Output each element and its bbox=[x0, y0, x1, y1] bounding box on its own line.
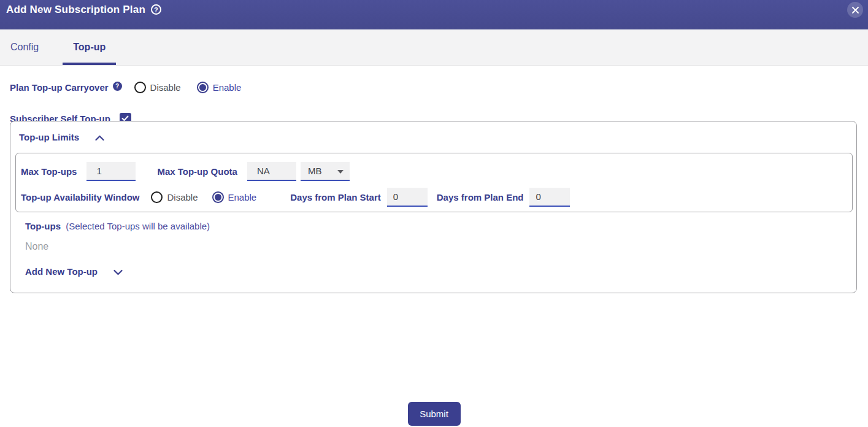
limits-row-quota: Max Top-ups Max Top-up Quota MB bbox=[16, 153, 852, 182]
topup-limits-title: Top-up Limits bbox=[19, 132, 79, 142]
topup-limits-panel: Top-up Limits Max Top-ups Max Top-up Quo… bbox=[10, 121, 857, 293]
max-topup-quota-label: Max Top-up Quota bbox=[157, 166, 237, 177]
subscriber-self-topup-row: Subscriber Self Top-up bbox=[0, 95, 868, 125]
add-new-topup-row: Add New Top-up bbox=[25, 266, 123, 277]
close-icon[interactable] bbox=[847, 2, 863, 18]
topup-limits-header: Top-up Limits bbox=[10, 121, 856, 142]
limits-fields-box: Max Top-ups Max Top-up Quota MB Top-up A… bbox=[15, 153, 853, 212]
add-new-topup-label[interactable]: Add New Top-up bbox=[25, 266, 98, 277]
quota-unit-value: MB bbox=[308, 166, 322, 176]
days-from-plan-end-label: Days from Plan End bbox=[437, 192, 524, 202]
carryover-enable-label[interactable]: Enable bbox=[213, 82, 242, 93]
topups-hint: (Selected Top-ups will be available) bbox=[66, 221, 210, 231]
page-title: Add New Subscription Plan bbox=[6, 2, 145, 17]
dropdown-caret-icon bbox=[337, 170, 344, 174]
availability-window-label: Top-up Availability Window bbox=[21, 192, 139, 202]
title-help-icon[interactable]: ? bbox=[151, 4, 161, 15]
window-enable-radio[interactable] bbox=[212, 191, 224, 203]
tab-bar: Config Top-up bbox=[0, 29, 868, 66]
footer: Submit bbox=[0, 402, 868, 426]
days-from-plan-end-input[interactable] bbox=[529, 188, 570, 207]
limits-row-window: Top-up Availability Window Disable Enabl… bbox=[16, 182, 852, 207]
topups-heading: Top-ups (Selected Top-ups will be availa… bbox=[25, 221, 210, 231]
max-topups-input[interactable] bbox=[86, 162, 136, 181]
window-enable-label[interactable]: Enable bbox=[228, 192, 257, 202]
plan-topup-carryover-label: Plan Top-up Carryover bbox=[10, 82, 109, 93]
carryover-disable-label[interactable]: Disable bbox=[150, 82, 181, 93]
chevron-up-icon[interactable] bbox=[95, 135, 104, 141]
days-from-plan-start-label: Days from Plan Start bbox=[290, 192, 381, 202]
window-disable-label[interactable]: Disable bbox=[167, 192, 198, 202]
window-disable-radio[interactable] bbox=[151, 191, 163, 203]
tab-config[interactable]: Config bbox=[0, 32, 49, 65]
days-from-plan-start-input[interactable] bbox=[387, 188, 428, 207]
form-content: Plan Top-up Carryover ? Disable Enable S… bbox=[0, 66, 868, 427]
modal-header: Add New Subscription Plan ? bbox=[0, 0, 868, 29]
chevron-down-icon[interactable] bbox=[113, 269, 123, 275]
carryover-disable-radio[interactable] bbox=[134, 82, 146, 93]
tab-top-up[interactable]: Top-up bbox=[63, 32, 116, 65]
carryover-help-icon[interactable]: ? bbox=[113, 82, 122, 91]
max-topup-quota-input[interactable] bbox=[247, 162, 296, 181]
carryover-enable-radio[interactable] bbox=[197, 82, 209, 93]
x-icon bbox=[851, 6, 859, 14]
topups-empty-value: None bbox=[25, 241, 48, 252]
topups-label: Top-ups bbox=[25, 221, 61, 231]
max-topups-label: Max Top-ups bbox=[21, 166, 77, 177]
submit-button[interactable]: Submit bbox=[408, 402, 461, 426]
quota-unit-select[interactable]: MB bbox=[301, 162, 350, 181]
plan-topup-carryover-row: Plan Top-up Carryover ? Disable Enable bbox=[0, 66, 868, 95]
